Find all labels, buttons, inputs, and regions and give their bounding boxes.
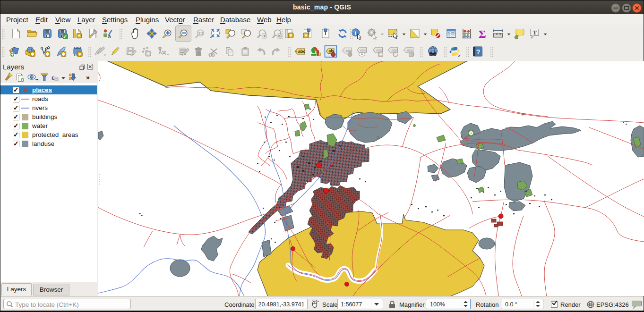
svg-text:i: i [354,29,356,36]
svg-text:T: T [533,29,537,36]
svg-text:a: a [108,34,112,39]
svg-text:1:1: 1:1 [198,32,203,35]
svg-text:>: > [458,53,460,58]
svg-text:ε: ε [52,74,55,81]
svg-text:»: » [86,74,90,81]
svg-text:abc: abc [298,49,306,54]
svg-text:?: ? [476,48,481,56]
svg-text:Σ: Σ [479,28,486,40]
